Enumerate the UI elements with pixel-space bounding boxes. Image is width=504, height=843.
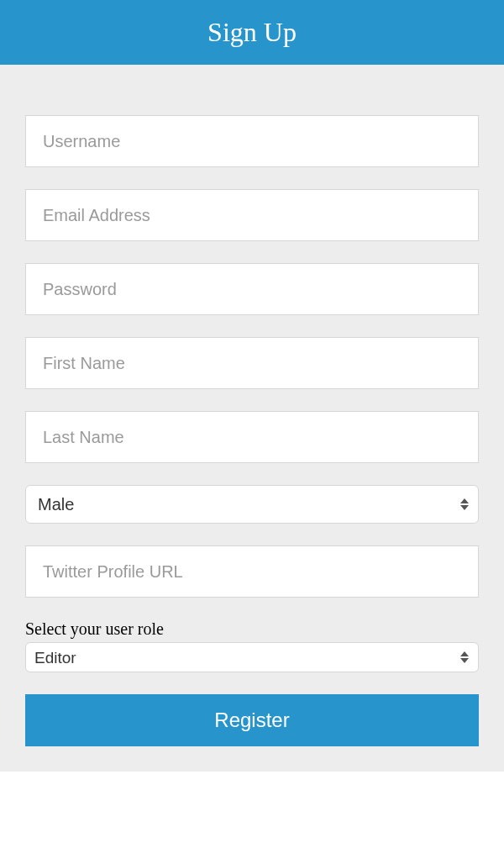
- lastname-group: [25, 411, 479, 463]
- role-group: Select your user role Editor: [25, 619, 479, 672]
- username-group: [25, 115, 479, 167]
- signup-form: Male Select your user role Editor Regist…: [0, 65, 504, 772]
- password-group: [25, 263, 479, 315]
- email-group: [25, 189, 479, 241]
- gender-group: Male: [25, 485, 479, 524]
- lastname-input[interactable]: [25, 411, 479, 463]
- password-input[interactable]: [25, 263, 479, 315]
- role-label: Select your user role: [25, 619, 479, 639]
- form-title: Sign Up: [207, 17, 297, 47]
- firstname-group: [25, 337, 479, 389]
- firstname-input[interactable]: [25, 337, 479, 389]
- role-select[interactable]: Editor: [25, 642, 479, 672]
- submit-group: Register: [25, 694, 479, 746]
- register-button[interactable]: Register: [25, 694, 479, 746]
- username-input[interactable]: [25, 115, 479, 167]
- twitter-input[interactable]: [25, 545, 479, 598]
- form-header: Sign Up: [0, 0, 504, 65]
- email-input[interactable]: [25, 189, 479, 241]
- gender-select[interactable]: Male: [25, 485, 479, 524]
- twitter-group: [25, 545, 479, 598]
